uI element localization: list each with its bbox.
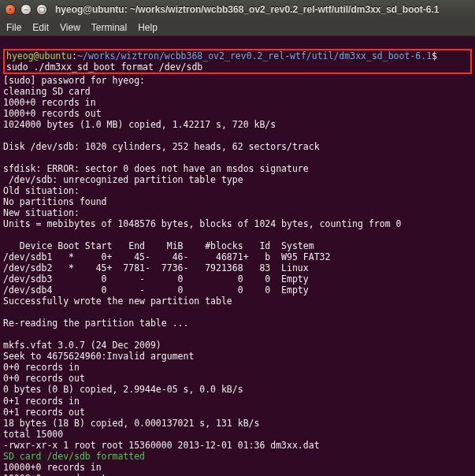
output-line: 0+1 records in bbox=[3, 396, 80, 407]
output-line: sfdisk: ERROR: sector 0 does not have an… bbox=[3, 163, 309, 174]
close-icon[interactable]: × bbox=[5, 4, 16, 15]
output-line: /dev/sdb4 0 - 0 0 0 Empty bbox=[3, 284, 309, 296]
output-line: 0+1 records out bbox=[3, 407, 85, 418]
minimize-icon[interactable]: – bbox=[20, 4, 32, 15]
output-line: 1000+0 records out bbox=[3, 108, 102, 119]
output-line: 0+0 records out bbox=[3, 373, 85, 384]
output-line: Re-reading the partition table ... bbox=[3, 318, 188, 329]
maximize-icon[interactable]: ▢ bbox=[36, 4, 47, 15]
output-line: mkfs.vfat 3.0.7 (24 Dec 2009) bbox=[3, 340, 161, 351]
menu-help[interactable]: Help bbox=[138, 22, 158, 33]
output-line: No partitions found bbox=[3, 196, 107, 207]
command-line: sudo ./dm3xx_sd_boot format /dev/sdb bbox=[6, 61, 202, 73]
output-line: Seek to 4675624960:Invalid argument bbox=[3, 351, 194, 362]
prompt-user-host: hyeog@ubuntu bbox=[6, 50, 72, 61]
prompt-dollar: $ bbox=[432, 50, 437, 61]
output-line: /dev/sdb2 * 45+ 7781- 7736- 7921368 83 L… bbox=[3, 262, 309, 273]
highlight-box: hyeog@ubuntu:~/works/wiztron/wcbb368_ov2… bbox=[3, 49, 472, 74]
output-line: Device Boot Start End MiB #blocks Id Sys… bbox=[3, 240, 314, 251]
output-line: 0 bytes (0 B) copied, 2.9944e-05 s, 0.0 … bbox=[3, 384, 243, 395]
menu-terminal[interactable]: Terminal bbox=[91, 22, 127, 33]
output-line: New situation: bbox=[3, 207, 80, 218]
window-titlebar: × – ▢ hyeog@ubuntu: ~/works/wiztron/wcbb… bbox=[0, 0, 475, 19]
output-line: 1024000 bytes (1.0 MB) copied, 1.42217 s… bbox=[3, 119, 276, 130]
output-line: 1000+0 records in bbox=[3, 97, 96, 108]
prompt-colon: : bbox=[72, 50, 77, 61]
output-line: /dev/sdb1 * 0+ 45- 46- 46871+ b W95 FAT3… bbox=[3, 251, 330, 262]
output-line: Disk /dev/sdb: 1020 cylinders, 252 heads… bbox=[3, 141, 320, 152]
output-line: Old situation: bbox=[3, 185, 80, 196]
output-line: total 15000 bbox=[3, 429, 63, 440]
output-line: 10000+0 records in bbox=[3, 462, 102, 473]
terminal-area[interactable]: hyeog@ubuntu:~/works/wiztron/wcbb368_ov2… bbox=[0, 36, 475, 476]
output-line: 10000+0 records out bbox=[3, 473, 107, 476]
window-title: hyeog@ubuntu: ~/works/wiztron/wcbb368_ov… bbox=[55, 4, 440, 15]
menubar: File Edit View Terminal Help bbox=[0, 19, 475, 36]
output-line: /dev/sdb3 0 - 0 0 0 Empty bbox=[3, 273, 309, 284]
menu-edit[interactable]: Edit bbox=[32, 22, 49, 33]
output-line: 18 bytes (18 B) copied, 0.000137021 s, 1… bbox=[3, 418, 259, 429]
window-controls: × – ▢ bbox=[5, 4, 47, 15]
output-line: [sudo] password for hyeog: bbox=[3, 75, 150, 86]
menu-view[interactable]: View bbox=[60, 22, 80, 33]
output-line: 0+0 records in bbox=[3, 362, 80, 373]
output-line: Units = mebibytes of 1048576 bytes, bloc… bbox=[3, 218, 401, 229]
output-line: Successfully wrote the new partition tab… bbox=[3, 296, 232, 307]
output-line: -rwxr-xr-x 1 root root 15360000 2013-12-… bbox=[3, 440, 320, 451]
prompt-path: ~/works/wiztron/wcbb368_ov2_rev0.2_rel-w… bbox=[77, 50, 432, 61]
output-line-success: SD card /dev/sdb formatted bbox=[3, 451, 145, 462]
output-line: cleaning SD card bbox=[3, 86, 91, 97]
output-line: /dev/sdb: unrecognized partition table t… bbox=[3, 174, 243, 185]
menu-file[interactable]: File bbox=[6, 22, 21, 33]
